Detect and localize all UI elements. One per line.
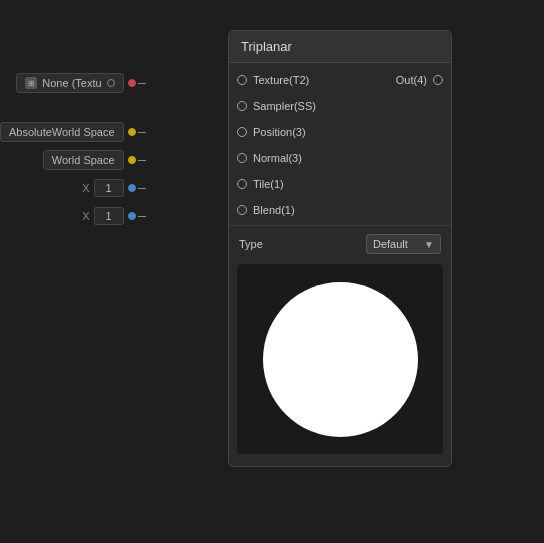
world-space-node: World Space (43, 150, 124, 170)
blend-line (138, 216, 146, 217)
position-socket-row: Position(3) (229, 119, 451, 145)
triplanar-panel: Triplanar Texture(T2) Out(4) Sampler(SS)… (228, 30, 452, 467)
blend-x-value[interactable]: 1 (94, 207, 124, 225)
type-row: Type Default ▼ (229, 228, 451, 260)
none-textu-node: ⊞ None (Textu (16, 73, 123, 93)
absolute-world-out-dot (128, 128, 136, 136)
tile-line (138, 188, 146, 189)
tile-socket-left[interactable] (237, 179, 247, 189)
sampler-label: Sampler(SS) (253, 100, 443, 112)
none-textu-label: None (Textu (42, 77, 101, 89)
divider (229, 225, 451, 226)
none-textu-line (138, 83, 146, 84)
type-value: Default (373, 238, 408, 250)
tile-x-value[interactable]: 1 (94, 179, 124, 197)
none-textu-inner-dot (107, 79, 115, 87)
blend-label: Blend(1) (253, 204, 443, 216)
chevron-down-icon: ▼ (424, 239, 434, 250)
sampler-socket-row: Sampler(SS) (229, 93, 451, 119)
sampler-socket-left[interactable] (237, 101, 247, 111)
texture-icon: ⊞ (25, 77, 37, 89)
absolute-world-node: AbsoluteWorld Space (0, 122, 124, 142)
blend-input-row: X 1 (82, 207, 123, 225)
preview-area (237, 264, 443, 454)
world-space-out-dot (128, 156, 136, 164)
out-socket-right[interactable] (433, 75, 443, 85)
tile-out-dot (128, 184, 136, 192)
tile-label: Tile(1) (253, 178, 443, 190)
blend-socket-row: Blend(1) (229, 197, 451, 223)
texture-socket-row: Texture(T2) Out(4) (229, 67, 451, 93)
preview-circle (263, 282, 418, 437)
type-dropdown[interactable]: Default ▼ (366, 234, 441, 254)
blend-x-label: X (82, 210, 89, 222)
tile-x-label: X (82, 182, 89, 194)
panel-title: Triplanar (229, 31, 451, 63)
normal-label: Normal(3) (253, 152, 443, 164)
normal-socket-left[interactable] (237, 153, 247, 163)
texture-socket-left[interactable] (237, 75, 247, 85)
world-space-line (138, 160, 146, 161)
blend-socket-left[interactable] (237, 205, 247, 215)
blend-out-dot (128, 212, 136, 220)
tile-input-row: X 1 (82, 179, 123, 197)
texture-label: Texture(T2) (253, 74, 396, 86)
type-label: Type (239, 238, 358, 250)
world-space-label: World Space (52, 154, 115, 166)
panel-body: Texture(T2) Out(4) Sampler(SS) Position(… (229, 63, 451, 466)
position-socket-left[interactable] (237, 127, 247, 137)
position-label: Position(3) (253, 126, 443, 138)
none-textu-out-dot (128, 79, 136, 87)
absolute-world-label: AbsoluteWorld Space (9, 126, 115, 138)
tile-socket-row: Tile(1) (229, 171, 451, 197)
normal-socket-row: Normal(3) (229, 145, 451, 171)
out-label: Out(4) (396, 74, 427, 86)
absolute-world-line (138, 132, 146, 133)
